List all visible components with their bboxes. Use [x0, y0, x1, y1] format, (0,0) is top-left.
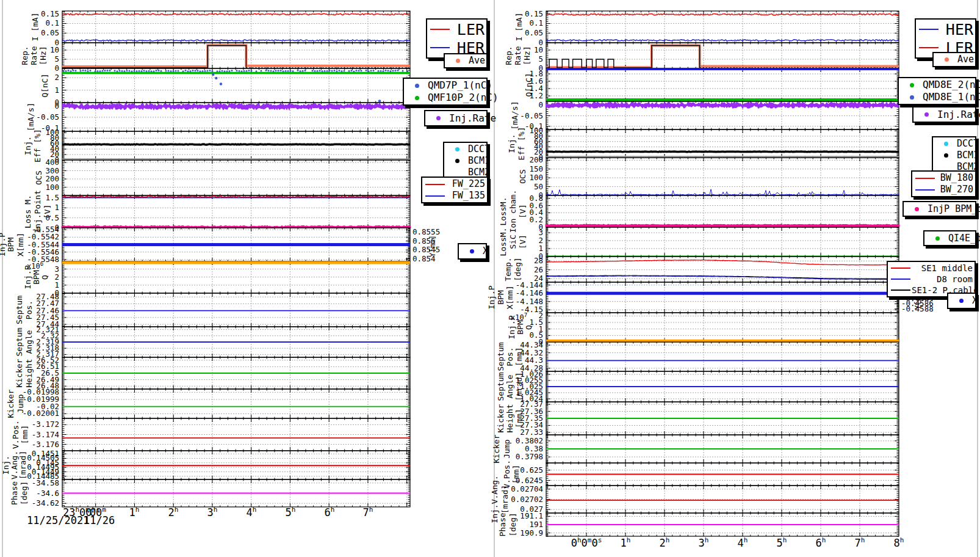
series-dot	[236, 70, 238, 71]
y-axis-title: Height	[24, 359, 34, 388]
series-dot	[99, 70, 101, 72]
y-axis-title: BPM	[516, 320, 525, 335]
series-dot	[302, 70, 304, 72]
plot-row-inj-eff: 100806040200Inj.Eff [%]	[23, 128, 410, 164]
y-tick-label: 2	[54, 73, 59, 82]
y-axis-title: Eff [%]	[517, 127, 526, 161]
y-tick-label: 200	[529, 155, 543, 164]
gridlines	[546, 68, 899, 101]
y-tick-label: 0	[54, 64, 59, 73]
y-axis-title: X[mm]	[505, 285, 514, 309]
series-dot	[322, 70, 323, 72]
series-dot	[358, 70, 360, 71]
y-axis-title: OCS	[34, 170, 43, 184]
y-tick-label: -3.174	[32, 430, 59, 439]
series-dot	[136, 70, 138, 72]
series-dot	[361, 70, 362, 71]
series-ave-	[62, 45, 410, 67]
series-dot	[107, 70, 109, 71]
y-tick-label: 100	[529, 173, 543, 182]
axis-ticks	[62, 195, 410, 228]
axis-ticks	[546, 282, 899, 313]
plot-row-bunch-charge: 210Q[nC]	[40, 68, 410, 107]
plot-row-inj-v-ang: 0.14510.145050.1450.144950.14490.14485In…	[1, 449, 410, 481]
gridlines	[62, 131, 410, 160]
y-axis-title: V.Ang.	[10, 451, 19, 479]
y-tick-label: 0.625	[520, 465, 543, 475]
series-dots	[378, 100, 381, 102]
series-dot	[229, 70, 231, 72]
y-tick-label: -34.62	[32, 498, 59, 508]
series-bcm1	[546, 151, 899, 152]
gridlines	[546, 313, 899, 342]
y-tick-label: 0.1	[529, 18, 543, 27]
series-dot	[319, 70, 321, 71]
series-dot	[209, 70, 211, 71]
series-dot	[207, 70, 209, 71]
y-axis-title: BPM	[496, 290, 505, 305]
y-tick-label: -34.58	[32, 478, 59, 487]
series-dot	[80, 70, 82, 71]
plot-frame	[546, 342, 899, 371]
series-dot	[102, 70, 104, 71]
series-dot	[334, 70, 336, 71]
plot-row-inj-eff: 100806040200Inj.Eff [%]	[507, 126, 899, 162]
y-tick-label: 190.9	[520, 528, 543, 537]
series-dot	[173, 70, 175, 72]
injection-monitor-window: 0.150.10.050I [mA]1050Rep.Rate[Hz]210Q[n…	[0, 0, 980, 557]
plot-row-injp-bpm-q: 3210Inj.PBPMQx106	[23, 261, 410, 297]
y-axis-title: [mA/s]	[26, 103, 35, 131]
series-dot	[407, 70, 409, 72]
series-dot	[366, 70, 367, 71]
series-dot	[185, 70, 187, 71]
y-axis-title: Q[nC]	[40, 73, 49, 97]
series-dot	[178, 70, 179, 72]
plot-row-inj-rate: 0-0.05-0.1[mA/s]	[510, 100, 899, 131]
y-axis-title: [Hz]	[522, 46, 531, 65]
y-tick-label: -0.02001	[23, 409, 59, 418]
series-dot	[119, 70, 121, 71]
y-tick-label: 1.5	[45, 193, 59, 202]
series-dot	[265, 70, 267, 71]
axis-ticks	[546, 158, 899, 195]
plot-frame	[62, 11, 410, 43]
series-dot	[304, 70, 306, 71]
y-axis-title: [mrad]	[500, 485, 510, 514]
axis-exponent-label: x106	[27, 261, 43, 271]
y-tick-label: 0.1	[45, 18, 59, 27]
panel-right: 0.150.10.050I [mA]1050Rep.Rate[Hz]1.81.6…	[487, 9, 922, 537]
y-axis-title: Rate	[29, 46, 38, 65]
y-tick-label: 0	[54, 101, 59, 111]
series-dot	[390, 70, 392, 72]
y-axis-title: BPM	[6, 238, 15, 252]
series-dot	[85, 70, 87, 71]
y-axis-title: V.Pos.	[502, 460, 511, 489]
y-axis-title: Loss M.	[23, 195, 32, 228]
series-dot	[197, 70, 199, 71]
plot-frame	[62, 131, 410, 160]
series-dots	[215, 77, 217, 79]
y-axis-title: Inj.	[507, 134, 516, 153]
series-dot	[239, 70, 240, 72]
series-dot	[82, 70, 84, 71]
y-axis-title: Q	[524, 325, 533, 330]
series-her	[62, 40, 410, 41]
plot-row-loss-monitor: 1.510.50Loss M.Inj.Point[V]	[23, 190, 410, 233]
axis-ticks	[546, 342, 899, 371]
gridlines	[546, 282, 899, 313]
series-dot	[348, 70, 350, 72]
series-dot	[75, 70, 77, 71]
plot-frame	[62, 160, 410, 195]
right-axis-title: Y[mm]	[428, 235, 437, 257]
axis-ticks	[546, 313, 899, 342]
y-axis-title: [mrad]	[514, 373, 524, 401]
series-dot	[165, 70, 167, 72]
series-dot	[383, 70, 384, 72]
axis-ticks	[546, 43, 899, 68]
series-dot	[275, 70, 277, 71]
series-dots	[220, 82, 222, 85]
series-inj-rate	[546, 103, 899, 108]
series-dot	[373, 70, 375, 71]
y-tick-label: -3.172	[32, 420, 59, 429]
y-axis-title: [deg]	[20, 481, 29, 505]
